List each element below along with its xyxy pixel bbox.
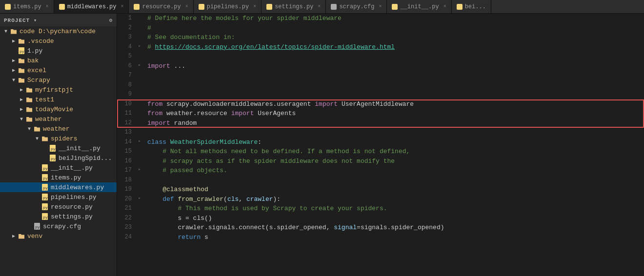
- code-line-12: 12import random: [117, 118, 644, 128]
- svg-text:py: py: [43, 215, 48, 219]
- tree-item-label: settings.py: [51, 213, 93, 220]
- tree-file-resource.py[interactable]: pyresource.py: [0, 202, 117, 212]
- fold-indicator[interactable]: ▸: [136, 42, 143, 50]
- folder-icon: [10, 27, 18, 35]
- folder-arrow-icon: ▼: [25, 126, 33, 132]
- svg-text:py: py: [43, 166, 48, 171]
- tree-file-1.py[interactable]: py1.py: [0, 46, 117, 56]
- tree-folder-weather[interactable]: ▼weather: [0, 114, 117, 124]
- tree-file-__init__.py[interactable]: py__init__.py: [0, 143, 117, 153]
- tree-folder-venv[interactable]: ▶venv: [0, 231, 117, 241]
- tree-folder-todayMovie[interactable]: ▶todayMovie: [0, 104, 117, 114]
- tree-folder-.vscode[interactable]: ▶.vscode: [0, 36, 117, 46]
- tree-file-scrapy.cfg[interactable]: pyscrapy.cfg: [0, 221, 117, 231]
- tab-label: pipelines.py: [207, 3, 249, 10]
- code-line-11: 11from weather.resource import UserAgent…: [117, 109, 644, 118]
- tab-label: middlewares.py: [67, 3, 117, 10]
- tree-item-label: weather: [35, 116, 62, 123]
- tree-file-beiJingSpid...[interactable]: pybeiJingSpid...: [0, 153, 117, 163]
- folder-arrow-icon: ▶: [18, 87, 25, 93]
- code-line-1: 1# Define here the models for your spide…: [117, 14, 644, 23]
- tree-folder-spiders[interactable]: ▼spiders: [0, 134, 117, 143]
- tree-file-pipelines.py[interactable]: pypipelines.py: [0, 192, 117, 202]
- tree-item-label: middlewares.py: [51, 184, 104, 191]
- tab-settings-py[interactable]: settings.py ×: [262, 0, 326, 13]
- folder-icon: [25, 86, 33, 94]
- tree-folder-code[interactable]: ▼code D:\pycharm\code: [0, 26, 117, 36]
- code-content: from scrapy.downloadermiddlewares.userag…: [143, 99, 644, 109]
- tab-pipelines-py[interactable]: pipelines.py ×: [194, 0, 262, 13]
- folder-arrow-icon: ▼: [33, 136, 41, 141]
- code-line-16: 16 # scrapy acts as if the spider middle…: [117, 157, 644, 166]
- gear-icon[interactable]: ⚙: [109, 17, 113, 23]
- tree-folder-Scrapy[interactable]: ▼Scrapy: [0, 75, 117, 85]
- tree-file-settings.py[interactable]: pysettings.py: [0, 212, 117, 221]
- line-number: 11: [117, 109, 136, 118]
- file-icon: [331, 4, 337, 10]
- token-cm: # Define here the models for your spider…: [147, 15, 342, 22]
- tree-folder-weather[interactable]: ▼weather: [0, 124, 117, 134]
- code-content: import ...: [143, 61, 644, 71]
- tree-file-middlewares.py[interactable]: pymiddlewares.py: [0, 182, 117, 192]
- tab-middlewares-py[interactable]: middlewares.py ×: [54, 0, 129, 13]
- code-line-3: 3# See documentation in:: [117, 33, 644, 42]
- tab-label: resource.py: [142, 3, 181, 10]
- code-content: # This method is used by Scrapy to creat…: [143, 204, 644, 214]
- token-plain: [147, 158, 162, 165]
- line-number: 15: [117, 147, 136, 156]
- line-number: 2: [117, 23, 136, 32]
- tree-item-label: resource.py: [51, 203, 93, 211]
- tab-__init__-py[interactable]: __init__.py ×: [387, 0, 451, 13]
- tab-close-button[interactable]: ×: [253, 4, 256, 9]
- token-param: cls: [227, 196, 239, 203]
- code-line-13: 13: [117, 128, 644, 138]
- line-number: 6: [117, 61, 136, 70]
- tab-close-button[interactable]: ×: [318, 4, 321, 9]
- file-icon: py: [33, 222, 41, 230]
- tree-file-items.py[interactable]: pyitems.py: [0, 173, 117, 182]
- tree-item-label: scrapy.cfg: [43, 223, 81, 230]
- tree-folder-test1[interactable]: ▶test1: [0, 95, 117, 104]
- tab-resource-py[interactable]: resource.py ×: [129, 0, 193, 13]
- token-plain: ...: [170, 62, 185, 70]
- tab-close-button[interactable]: ×: [46, 4, 49, 9]
- fold-indicator[interactable]: ▸: [136, 166, 143, 173]
- folder-icon: [33, 125, 41, 133]
- line-number: 13: [117, 128, 136, 137]
- tab-close-button[interactable]: ×: [379, 4, 382, 9]
- token-kw: class: [147, 138, 166, 146]
- code-content: [143, 52, 644, 61]
- token-kw2: from: [147, 110, 162, 117]
- tree-item-label: spiders: [51, 135, 78, 142]
- token-plain: s = cls(): [147, 215, 212, 222]
- tree-folder-myfirstpjt[interactable]: ▶myfirstpjt: [0, 85, 117, 95]
- folder-icon: [25, 115, 33, 123]
- code-editor[interactable]: 1# Define here the models for your spide…: [117, 14, 644, 276]
- line-number: 5: [117, 52, 136, 60]
- tab-close-button[interactable]: ×: [185, 4, 188, 9]
- code-line-21: 21 # This method is used by Scrapy to cr…: [117, 204, 644, 214]
- line-number: 18: [117, 176, 136, 184]
- code-content: crawler.signals.connect(s.spider_opened,…: [143, 223, 644, 233]
- sidebar-title: Project ▾: [4, 17, 37, 23]
- tab-close-button[interactable]: ×: [121, 4, 123, 9]
- code-content: [143, 90, 644, 99]
- tab-items-py[interactable]: items.py ×: [0, 0, 54, 13]
- tree-folder-excel[interactable]: ▶excel: [0, 65, 117, 75]
- tab-scrapy-cfg[interactable]: scrapy.cfg ×: [326, 0, 387, 13]
- code-content: # passed objects.: [143, 166, 644, 176]
- tree-folder-bak[interactable]: ▶bak: [0, 56, 117, 65]
- fold-indicator[interactable]: ▸: [136, 195, 143, 202]
- tree-file-__init__.py[interactable]: py__init__.py: [0, 163, 117, 173]
- file-icon: [266, 4, 272, 10]
- tab-bei-..[interactable]: bei...: [452, 0, 491, 13]
- tab-close-button[interactable]: ×: [443, 4, 446, 9]
- fold-indicator[interactable]: ▸: [136, 61, 143, 69]
- file-icon: [134, 4, 140, 10]
- token-plain: [166, 138, 170, 146]
- file-icon: py: [41, 164, 49, 172]
- folder-arrow-icon: ▶: [18, 97, 25, 102]
- code-line-8: 8: [117, 80, 644, 90]
- file-icon: py: [41, 213, 49, 220]
- fold-indicator[interactable]: ▸: [136, 138, 143, 145]
